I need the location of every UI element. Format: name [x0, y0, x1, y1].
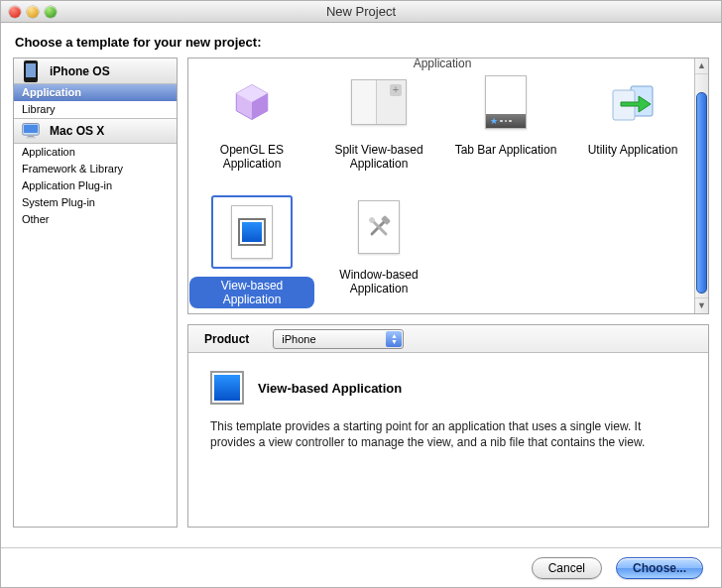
- popup-arrows-icon: ▲▼: [386, 331, 402, 347]
- right-pane: Application OpenGL ES Application: [187, 58, 709, 528]
- sidebar: iPhone OS Application Library Mac OS X A…: [13, 58, 178, 528]
- window-title: New Project: [1, 4, 721, 19]
- sidebar-header-label: Mac OS X: [50, 124, 104, 138]
- sidebar-item-other[interactable]: Other: [14, 211, 177, 228]
- sidebar-group-iphone-os: iPhone OS Application Library: [14, 59, 177, 118]
- main-body: iPhone OS Application Library Mac OS X A…: [1, 58, 721, 539]
- iphone-icon: [20, 60, 42, 82]
- window-tools-icon: [347, 195, 411, 259]
- sidebar-item-application-plugin[interactable]: Application Plug-in: [14, 177, 177, 194]
- template-view-based-application[interactable]: View-based Application: [189, 195, 314, 308]
- template-label: OpenGL ES Application: [189, 142, 314, 172]
- titlebar[interactable]: New Project: [1, 1, 721, 23]
- sidebar-item-mac-application[interactable]: Application: [14, 144, 177, 161]
- template-tab-bar-application[interactable]: ★ Tab Bar Application: [443, 70, 568, 172]
- template-gallery: Application OpenGL ES Application: [187, 58, 709, 314]
- sidebar-item-application[interactable]: Application: [14, 84, 177, 101]
- page-title: Choose a template for your new project:: [1, 23, 721, 58]
- split-view-icon: +: [347, 70, 411, 134]
- new-project-window: New Project Choose a template for your n…: [0, 0, 722, 588]
- close-window-button[interactable]: [9, 6, 21, 18]
- sidebar-header-label: iPhone OS: [50, 64, 110, 78]
- opengl-cube-icon: [220, 70, 284, 134]
- sidebar-item-system-plugin[interactable]: System Plug-in: [14, 194, 177, 211]
- minimize-window-button[interactable]: [27, 6, 39, 18]
- template-label: Window-based Application: [316, 267, 441, 296]
- template-label: Tab Bar Application: [451, 142, 561, 158]
- svg-rect-2: [28, 136, 35, 137]
- detail-body: View-based Application This template pro…: [188, 353, 708, 527]
- sidebar-item-library[interactable]: Library: [14, 101, 177, 118]
- template-grid: OpenGL ES Application + Split View-based: [188, 70, 696, 308]
- svg-rect-1: [24, 125, 38, 133]
- cancel-button[interactable]: Cancel: [532, 557, 602, 579]
- macosx-icon: [20, 120, 42, 142]
- svg-rect-3: [26, 137, 36, 138]
- sidebar-header-macosx[interactable]: Mac OS X: [14, 118, 177, 144]
- product-popup-value: iPhone: [282, 333, 315, 345]
- scroll-thumb[interactable]: [696, 92, 707, 294]
- template-utility-application[interactable]: Utility Application: [570, 70, 695, 172]
- template-window-based-application[interactable]: Window-based Application: [316, 195, 441, 308]
- product-row: Product iPhone ▲▼: [188, 325, 708, 353]
- detail-description: This template provides a starting point …: [210, 418, 686, 450]
- detail-title: View-based Application: [258, 381, 402, 396]
- template-label: View-based Application: [189, 277, 314, 308]
- sidebar-group-macosx: Mac OS X Application Framework & Library…: [14, 118, 177, 228]
- template-label-clipped: Application: [188, 58, 696, 70]
- product-label: Product: [204, 332, 249, 346]
- template-label: Utility Application: [584, 142, 682, 158]
- template-opengl-es-application[interactable]: OpenGL ES Application: [189, 70, 314, 172]
- template-split-view-application[interactable]: + Split View-based Application: [316, 70, 441, 172]
- sidebar-item-framework-library[interactable]: Framework & Library: [14, 161, 177, 177]
- product-popup[interactable]: iPhone ▲▼: [273, 329, 404, 349]
- view-based-icon: [211, 195, 293, 269]
- template-label: Split View-based Application: [316, 142, 441, 172]
- sidebar-header-iphone-os[interactable]: iPhone OS: [14, 59, 177, 84]
- scroll-down-arrow[interactable]: ▼: [695, 297, 708, 313]
- gallery-scrollbar[interactable]: ▲ ▼: [694, 59, 708, 313]
- footer: Cancel Choose...: [1, 547, 721, 587]
- window-controls: [1, 6, 57, 18]
- scroll-up-arrow[interactable]: ▲: [695, 59, 708, 74]
- zoom-window-button[interactable]: [45, 6, 57, 18]
- tab-bar-icon: ★: [474, 70, 538, 134]
- detail-panel: Product iPhone ▲▼ View-based Application…: [187, 324, 709, 528]
- utility-arrow-icon: [601, 70, 664, 134]
- choose-button[interactable]: Choose...: [616, 557, 703, 579]
- detail-template-icon: [210, 371, 244, 405]
